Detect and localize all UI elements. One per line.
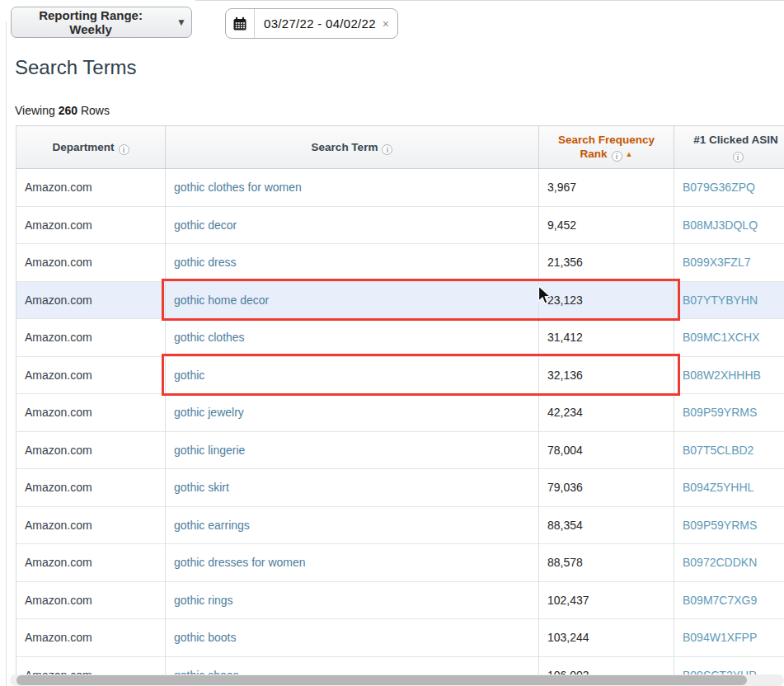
department-cell: Amazon.com bbox=[16, 506, 166, 544]
rank-cell: 42,234 bbox=[539, 394, 674, 432]
asin-link[interactable]: B09M7C7XG9 bbox=[683, 594, 757, 607]
table-row: Amazon.com gothic clothes 31,412 B09MC1X… bbox=[16, 319, 784, 357]
column-header-search-frequency-rank[interactable]: Search Frequency Ranki▲ bbox=[539, 126, 674, 169]
search-term-link[interactable]: gothic boots bbox=[174, 631, 237, 644]
reporting-range-label: Reporting Range: Weekly bbox=[16, 8, 165, 36]
rank-cell: 23,123 bbox=[539, 281, 674, 319]
asin-cell: B08W2XHHHB bbox=[674, 356, 784, 394]
info-icon[interactable]: i bbox=[382, 144, 392, 155]
search-term-cell: gothic home decor bbox=[166, 281, 539, 319]
search-term-link[interactable]: gothic lingerie bbox=[174, 444, 245, 457]
rank-cell: 88,354 bbox=[539, 506, 674, 544]
search-term-cell: gothic skirt bbox=[166, 469, 539, 507]
asin-cell: B09MC1XCHX bbox=[674, 319, 784, 357]
department-cell: Amazon.com bbox=[16, 244, 166, 282]
date-range-value: 03/27/22 - 04/02/22 bbox=[255, 16, 383, 31]
rank-cell: 9,452 bbox=[539, 206, 674, 244]
info-icon[interactable]: i bbox=[612, 151, 622, 162]
asin-cell: B094Z5YHHL bbox=[674, 469, 784, 507]
search-term-cell: gothic lingerie bbox=[166, 431, 539, 469]
column-header-search-term[interactable]: Search Termi bbox=[166, 126, 539, 169]
search-term-link[interactable]: gothic skirt bbox=[174, 481, 229, 494]
column-label: #1 Clicked ASIN bbox=[683, 133, 784, 147]
asin-cell: B08MJ3DQLQ bbox=[674, 206, 784, 244]
asin-cell: B099X3FZL7 bbox=[674, 244, 784, 282]
column-header-department[interactable]: Departmenti bbox=[16, 126, 166, 169]
department-cell: Amazon.com bbox=[16, 581, 166, 619]
rank-cell: 103,244 bbox=[539, 619, 674, 657]
asin-cell: B0972CDDKN bbox=[674, 544, 784, 582]
asin-link[interactable]: B09MC1XCHX bbox=[683, 331, 759, 344]
asin-link[interactable]: B094W1XFPP bbox=[683, 631, 757, 644]
asin-cell: B09M7C7XG9 bbox=[674, 581, 784, 619]
calendar-icon bbox=[226, 9, 255, 38]
search-term-cell: gothic boots bbox=[166, 619, 539, 657]
table-row: Amazon.com gothic home decor 23,123 B07Y… bbox=[16, 281, 784, 319]
department-cell: Amazon.com bbox=[16, 431, 166, 469]
asin-link[interactable]: B08W2XHHHB bbox=[683, 369, 761, 382]
horizontal-scrollbar-thumb[interactable] bbox=[16, 675, 747, 685]
page-title: Search Terms bbox=[15, 56, 137, 79]
asin-link[interactable]: B08MJ3DQLQ bbox=[683, 218, 758, 232]
search-term-cell: gothic bbox=[166, 356, 539, 394]
search-term-cell: gothic dress bbox=[166, 244, 539, 282]
rank-cell: 21,356 bbox=[539, 244, 674, 282]
date-range-chip[interactable]: 03/27/22 - 04/02/22 × bbox=[225, 8, 398, 39]
asin-link[interactable]: B07YTYBYHN bbox=[683, 294, 758, 307]
department-cell: Amazon.com bbox=[16, 394, 166, 432]
asin-link[interactable]: B099X3FZL7 bbox=[683, 256, 751, 269]
table-row: Amazon.com gothic earrings 88,354 B09P59… bbox=[16, 506, 784, 544]
asin-link[interactable]: B0972CDDKN bbox=[683, 556, 757, 569]
department-cell: Amazon.com bbox=[16, 206, 166, 244]
viewing-prefix: Viewing bbox=[15, 104, 55, 117]
table-row: Amazon.com gothic 32,136 B08W2XHHHB bbox=[16, 356, 784, 394]
rank-cell: 3,967 bbox=[539, 169, 674, 207]
sort-ascending-icon[interactable]: ▲ bbox=[626, 150, 633, 158]
search-term-cell: gothic rings bbox=[166, 581, 539, 619]
table-row: Amazon.com gothic rings 102,437 B09M7C7X… bbox=[16, 581, 784, 619]
asin-cell: B07T5CLBD2 bbox=[674, 431, 784, 469]
search-term-link[interactable]: gothic rings bbox=[174, 594, 233, 607]
search-term-cell: gothic clothes bbox=[166, 319, 539, 357]
department-cell: Amazon.com bbox=[16, 356, 166, 394]
search-term-link[interactable]: gothic dress bbox=[174, 256, 236, 269]
asin-link[interactable]: B094Z5YHHL bbox=[683, 481, 753, 494]
search-term-link[interactable]: gothic jewelry bbox=[174, 406, 244, 419]
table-row: Amazon.com gothic boots 103,244 B094W1XF… bbox=[16, 619, 784, 657]
search-term-link[interactable]: gothic earrings bbox=[174, 519, 250, 532]
department-cell: Amazon.com bbox=[16, 281, 166, 319]
column-label: Department bbox=[52, 141, 114, 153]
rank-cell: 31,412 bbox=[539, 319, 674, 357]
chevron-down-icon: ▼ bbox=[176, 17, 186, 27]
asin-link[interactable]: B09P59YRMS bbox=[683, 406, 757, 419]
info-icon[interactable]: i bbox=[733, 152, 744, 162]
horizontal-scrollbar-track[interactable] bbox=[10, 674, 784, 686]
search-term-link[interactable]: gothic decor bbox=[174, 218, 237, 232]
search-term-link[interactable]: gothic bbox=[174, 369, 204, 382]
search-term-link[interactable]: gothic clothes bbox=[174, 331, 245, 344]
table-row: Amazon.com gothic decor 9,452 B08MJ3DQLQ bbox=[16, 206, 784, 244]
search-term-link[interactable]: gothic clothes for women bbox=[174, 181, 302, 194]
department-cell: Amazon.com bbox=[16, 169, 166, 207]
asin-link[interactable]: B079G36ZPQ bbox=[683, 181, 755, 194]
close-icon[interactable]: × bbox=[383, 18, 389, 30]
search-terms-report-page: { "toolbar": { "reporting_range_label": … bbox=[0, 0, 784, 686]
viewing-suffix: Rows bbox=[81, 104, 110, 117]
department-cell: Amazon.com bbox=[16, 544, 166, 582]
asin-cell: B094W1XFPP bbox=[674, 619, 784, 657]
asin-cell: B09P59YRMS bbox=[674, 394, 784, 432]
asin-cell: B079G36ZPQ bbox=[674, 169, 784, 207]
search-term-link[interactable]: gothic dresses for women bbox=[174, 556, 306, 569]
column-label: Search Frequency Rank bbox=[558, 134, 655, 160]
table-row: Amazon.com gothic skirt 79,036 B094Z5YHH… bbox=[16, 469, 784, 507]
reporting-range-dropdown[interactable]: Reporting Range: Weekly ▼ bbox=[11, 7, 192, 38]
info-icon[interactable]: i bbox=[119, 144, 129, 155]
search-term-link[interactable]: gothic home decor bbox=[174, 294, 269, 307]
asin-link[interactable]: B09P59YRMS bbox=[683, 519, 757, 532]
rank-cell: 102,437 bbox=[539, 581, 674, 619]
column-header-clicked-asin[interactable]: #1 Clicked ASIN i bbox=[674, 126, 784, 169]
department-cell: Amazon.com bbox=[16, 319, 166, 357]
asin-link[interactable]: B07T5CLBD2 bbox=[683, 444, 753, 457]
search-terms-table: Departmenti Search Termi Search Frequenc… bbox=[16, 125, 784, 686]
table-row: Amazon.com gothic clothes for women 3,96… bbox=[16, 169, 784, 207]
